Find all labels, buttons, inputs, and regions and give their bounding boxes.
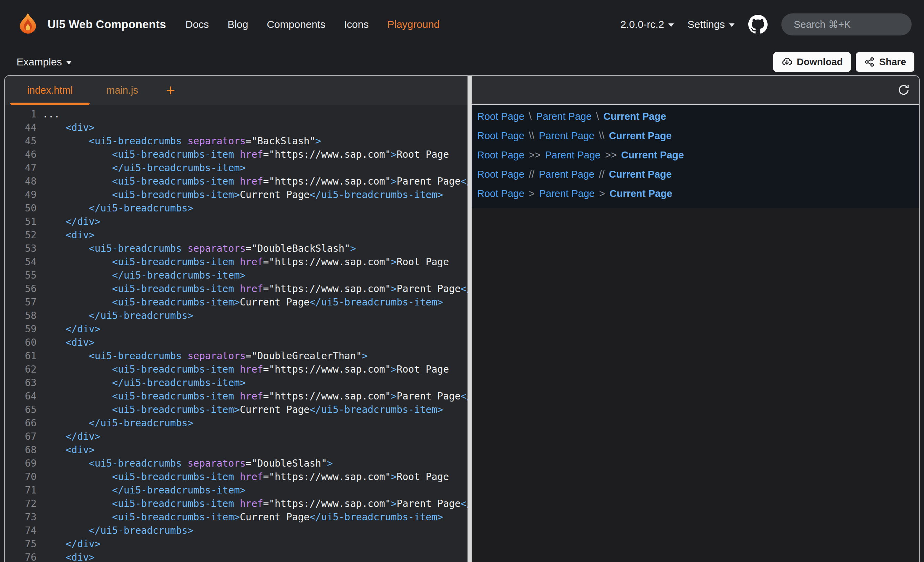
nav-item-blog[interactable]: Blog: [227, 19, 248, 30]
code-text: </div>: [42, 537, 100, 551]
settings-dropdown[interactable]: Settings: [688, 19, 735, 30]
code-text: <ui5-breadcrumbs-item href="https://www.…: [42, 470, 449, 484]
version-dropdown[interactable]: 2.0.0-rc.2: [621, 19, 674, 30]
tab-main.js[interactable]: main.js: [90, 76, 155, 105]
cloud-download-icon: [782, 57, 792, 67]
line-number: 45: [5, 134, 36, 148]
line-number: 46: [5, 148, 36, 161]
code-line: 61 <ui5-breadcrumbs separators="DoubleGr…: [5, 349, 468, 363]
line-number: 62: [5, 363, 36, 376]
breadcrumb-row: Root Page\\Parent Page\\Current Page: [477, 126, 914, 145]
breadcrumb-link-parent[interactable]: Parent Page: [539, 130, 594, 142]
code-text: </div>: [42, 215, 100, 228]
breadcrumb-link-parent[interactable]: Parent Page: [539, 169, 594, 180]
share-icon: [864, 57, 875, 67]
code-line: 58 </ui5-breadcrumbs>: [5, 309, 468, 322]
chevron-down-icon: [66, 61, 72, 64]
code-text: ...: [42, 108, 60, 121]
code-line: 44 <div>: [5, 121, 468, 134]
code-text: <ui5-breadcrumbs-item href="https://www.…: [42, 255, 449, 268]
code-text: <ui5-breadcrumbs-item>Current Page</ui5-…: [42, 510, 443, 524]
code-line: 70 <ui5-breadcrumbs-item href="https://w…: [5, 470, 468, 484]
examples-dropdown[interactable]: Examples: [16, 56, 72, 68]
code-text: <ui5-breadcrumbs separators="BackSlash">: [42, 134, 321, 148]
line-number: 51: [5, 215, 36, 228]
breadcrumb-link-root[interactable]: Root Page: [477, 150, 524, 161]
breadcrumb-link-parent[interactable]: Parent Page: [539, 188, 595, 199]
breadcrumb-link-parent[interactable]: Parent Page: [545, 150, 600, 161]
editor-tabbar: index.htmlmain.js +: [5, 76, 468, 105]
line-number: 58: [5, 309, 36, 322]
breadcrumb-separator: \\: [599, 130, 604, 142]
breadcrumbs-section: Root Page\Parent Page\Current PageRoot P…: [472, 105, 919, 208]
breadcrumb-link-root[interactable]: Root Page: [477, 130, 524, 142]
breadcrumb-row: Root Page>Parent Page>Current Page: [477, 184, 914, 203]
preview-body: Root Page\Parent Page\Current PageRoot P…: [472, 105, 919, 562]
settings-label: Settings: [688, 19, 725, 30]
breadcrumb-row: Root Page//Parent Page//Current Page: [477, 165, 914, 184]
chevron-down-icon: [729, 23, 735, 27]
download-button[interactable]: Download: [773, 52, 851, 72]
code-line: 59 </div>: [5, 322, 468, 336]
share-button[interactable]: Share: [856, 52, 914, 72]
breadcrumb-current: Current Page: [609, 130, 672, 142]
tab-index.html[interactable]: index.html: [10, 76, 90, 105]
line-number: 67: [5, 430, 36, 443]
nav-item-icons[interactable]: Icons: [344, 19, 369, 30]
code-text: <div>: [42, 336, 95, 349]
code-text: <ui5-breadcrumbs-item href="https://www.…: [42, 390, 468, 403]
nav-right: 2.0.0-rc.2 Settings: [621, 13, 912, 36]
github-icon: [748, 15, 768, 34]
nav-item-docs[interactable]: Docs: [185, 19, 209, 30]
top-navigation: UI5 Web Components DocsBlogComponentsIco…: [0, 0, 924, 49]
github-link[interactable]: [748, 15, 768, 34]
nav-item-playground[interactable]: Playground: [387, 19, 440, 30]
line-number: 53: [5, 242, 36, 255]
code-line: 62 <ui5-breadcrumbs-item href="https://w…: [5, 363, 468, 376]
line-number: 70: [5, 470, 36, 484]
code-line: 50 </ui5-breadcrumbs>: [5, 201, 468, 215]
breadcrumb-row: Root Page\Parent Page\Current Page: [477, 107, 914, 126]
line-number: 68: [5, 443, 36, 457]
code-text: <ui5-breadcrumbs-item>Current Page</ui5-…: [42, 188, 443, 201]
code-line: 45 <ui5-breadcrumbs separators="BackSlas…: [5, 134, 468, 148]
breadcrumb-link-parent[interactable]: Parent Page: [536, 111, 591, 122]
line-number: 55: [5, 268, 36, 282]
code-text: <div>: [42, 443, 95, 457]
breadcrumb-link-root[interactable]: Root Page: [477, 188, 524, 199]
code-line: 46 <ui5-breadcrumbs-item href="https://w…: [5, 148, 468, 161]
breadcrumb-separator: >>: [529, 150, 540, 161]
editor-pane: index.htmlmain.js + 1...44 <div>45 <ui5-…: [5, 76, 468, 562]
code-line: 63 </ui5-breadcrumbs-item>: [5, 376, 468, 390]
line-number: 54: [5, 255, 36, 268]
line-number: 48: [5, 175, 36, 188]
search-input[interactable]: [794, 19, 924, 30]
pane-divider[interactable]: [468, 76, 472, 562]
add-tab-button[interactable]: +: [155, 76, 186, 105]
code-text: </ui5-breadcrumbs-item>: [42, 268, 246, 282]
brand[interactable]: UI5 Web Components: [15, 12, 166, 37]
line-number: 69: [5, 457, 36, 470]
code-line: 53 <ui5-breadcrumbs separators="DoubleBa…: [5, 242, 468, 255]
preview-toolbar: [472, 76, 919, 105]
code-line: 74 </ui5-breadcrumbs>: [5, 524, 468, 537]
code-editor[interactable]: 1...44 <div>45 <ui5-breadcrumbs separato…: [5, 105, 468, 562]
code-line: 57 <ui5-breadcrumbs-item>Current Page</u…: [5, 295, 468, 309]
playground-container: index.htmlmain.js + 1...44 <div>45 <ui5-…: [4, 75, 920, 562]
code-line: 55 </ui5-breadcrumbs-item>: [5, 268, 468, 282]
code-line: 52 <div>: [5, 228, 468, 242]
code-text: <div>: [42, 228, 95, 242]
code-line: 64 <ui5-breadcrumbs-item href="https://w…: [5, 390, 468, 403]
nav-item-components[interactable]: Components: [267, 19, 325, 30]
refresh-button[interactable]: [897, 83, 910, 96]
download-label: Download: [796, 57, 843, 67]
code-text: </ui5-breadcrumbs>: [42, 309, 193, 322]
code-line: 72 <ui5-breadcrumbs-item href="https://w…: [5, 497, 468, 510]
code-line: 66 </ui5-breadcrumbs>: [5, 416, 468, 430]
code-line: 71 </ui5-breadcrumbs-item>: [5, 484, 468, 497]
breadcrumb-link-root[interactable]: Root Page: [477, 169, 524, 180]
examples-toolbar: Examples Download Share: [0, 49, 924, 75]
line-number: 61: [5, 349, 36, 363]
search-box[interactable]: [782, 13, 912, 36]
breadcrumb-link-root[interactable]: Root Page: [477, 111, 524, 122]
